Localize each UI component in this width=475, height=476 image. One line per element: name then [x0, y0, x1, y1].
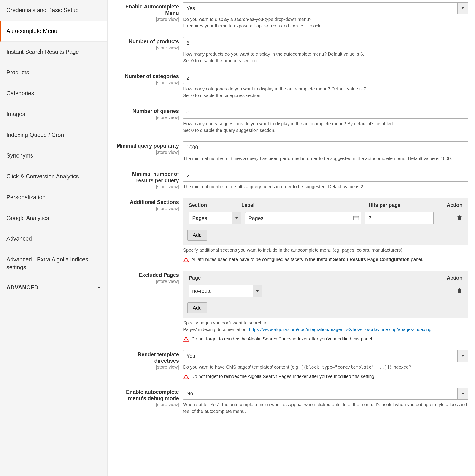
field-scope: [store view] [115, 45, 179, 51]
num-queries-input[interactable] [183, 107, 468, 119]
add-excluded-page-button[interactable]: Add [187, 303, 207, 313]
svg-point-8 [186, 378, 186, 378]
field-label: Number of categories [115, 73, 179, 80]
sidebar-item-categories[interactable]: Categories [0, 83, 107, 104]
table-row: no-route [187, 284, 464, 298]
sidebar-item-google-analytics[interactable]: Google Analytics [0, 208, 107, 229]
hint-code: top.search [254, 23, 280, 28]
section-label-input[interactable] [245, 212, 361, 224]
num-products-input[interactable] [183, 37, 468, 49]
sidebar-group-advanced[interactable]: ADVANCED [0, 278, 107, 297]
min-popularity-input[interactable] [183, 141, 468, 153]
sidebar-item-synonyms[interactable]: Synonyms [0, 145, 107, 166]
sidebar-item-advanced[interactable]: Advanced [0, 228, 107, 249]
select-toggle[interactable] [457, 2, 468, 14]
select-toggle[interactable] [253, 285, 262, 297]
col-header-page: Page [189, 275, 437, 281]
sidebar-item-images[interactable]: Images [0, 104, 107, 125]
field-scope: [store view] [115, 206, 179, 211]
col-header-action: Action [437, 202, 462, 208]
sidebar-item-label: Categories [6, 90, 34, 96]
hint-text: Pages' indexing documentation: [183, 327, 249, 332]
field-label: Additional Sections [115, 199, 179, 206]
caret-down-icon [461, 355, 464, 357]
excluded-page-select[interactable]: no-route [189, 285, 262, 297]
caret-down-icon [461, 7, 464, 9]
field-scope: [store view] [115, 17, 179, 22]
trash-icon[interactable] [457, 288, 462, 293]
col-header-section: Section [189, 202, 241, 208]
add-section-button[interactable]: Add [187, 230, 207, 241]
settings-sidebar: Credentials and Basic Setup Autocomplete… [0, 0, 108, 476]
field-label: Number of queries [115, 108, 179, 115]
render-template-select[interactable]: Yes [183, 350, 468, 362]
hint-text: Set 0 to disable the query suggestion se… [183, 128, 276, 133]
additional-sections-panel: Section Label Hits per page Action Pages [183, 198, 468, 245]
col-header-label: Label [241, 202, 369, 208]
sidebar-item-label: Instant Search Results Page [6, 49, 79, 55]
sidebar-item-advanced-extra[interactable]: Advanced - Extra Algolia indices setting… [0, 249, 107, 278]
sidebar-item-label: Images [6, 111, 25, 117]
card-icon [353, 216, 359, 221]
sidebar-item-instant-search[interactable]: Instant Search Results Page [0, 42, 107, 63]
svg-point-4 [186, 261, 186, 261]
sidebar-item-credentials[interactable]: Credentials and Basic Setup [0, 0, 107, 21]
field-label: Enable autocomplete menu's debug mode [115, 389, 179, 402]
warning-icon [183, 257, 189, 263]
sidebar-item-label: Click & Conversion Analytics [6, 173, 79, 180]
field-scope: [store view] [115, 364, 179, 370]
hint-text: Do you want to have CMS pages' templates… [183, 364, 301, 370]
hint-text: When set to "Yes", the autocomplete menu… [183, 402, 467, 414]
field-label: Minimal number of results per query [115, 171, 179, 184]
field-scope: [store view] [115, 402, 179, 407]
sidebar-item-label: Personalization [6, 194, 46, 200]
field-scope: [store view] [115, 150, 179, 155]
hint-text: Specify pages you don't want to search i… [183, 320, 269, 325]
select-toggle[interactable] [457, 388, 468, 399]
hint-text: It requires your theme to expose a [183, 23, 254, 28]
hint-text: Set 0 to disable the categories section. [183, 93, 262, 98]
warning-text: Do not forget to reindex the Algolia Sea… [191, 373, 376, 380]
excluded-pages-panel: Page Action no-route [183, 271, 468, 318]
field-label: Enable Autocomplete Menu [115, 4, 179, 16]
col-header-action: Action [437, 275, 462, 281]
select-value: Pages [189, 215, 232, 221]
hint-text: Do you want to display a search-as-you-t… [183, 17, 311, 22]
sidebar-item-label: Credentials and Basic Setup [6, 7, 79, 13]
hint-text: ) indexed? [390, 364, 411, 370]
warning-text: All attributes used here have to be conf… [191, 256, 423, 263]
svg-rect-0 [353, 216, 359, 220]
sidebar-item-products[interactable]: Products [0, 62, 107, 83]
hits-per-page-input[interactable] [365, 212, 434, 224]
section-select[interactable]: Pages [189, 212, 241, 224]
hint-text: How many products do you want to display… [183, 51, 364, 57]
sidebar-item-autocomplete[interactable]: Autocomplete Menu [0, 21, 107, 42]
debug-mode-select[interactable]: No [183, 388, 468, 400]
sidebar-item-indexing-queue[interactable]: Indexing Queue / Cron [0, 125, 107, 146]
hint-text: and [280, 23, 290, 28]
select-toggle[interactable] [457, 350, 468, 362]
hint-code: {{block type="core/template" ...}} [301, 364, 390, 370]
hint-text: How many query suggestions do you want t… [183, 121, 394, 126]
sidebar-item-label: Advanced [6, 235, 32, 242]
hint-text: The minimal number of results a query ne… [183, 184, 364, 189]
sidebar-item-label: Autocomplete Menu [6, 28, 57, 34]
min-results-input[interactable] [183, 170, 468, 182]
sidebar-item-label: Advanced - Extra Algolia indices setting… [6, 256, 88, 270]
sidebar-item-personalization[interactable]: Personalization [0, 187, 107, 208]
field-scope: [store view] [115, 80, 179, 85]
sidebar-item-click-conversion[interactable]: Click & Conversion Analytics [0, 166, 107, 187]
sidebar-group-label: ADVANCED [6, 284, 38, 291]
enable-autocomplete-select[interactable]: Yes [183, 2, 468, 14]
trash-icon[interactable] [457, 215, 462, 221]
hint-text: Set 0 to disable the products section. [183, 58, 258, 63]
select-value: No [183, 391, 457, 397]
hint-text: The minimal number of times a query has … [183, 156, 452, 161]
table-row: Pages [187, 211, 464, 225]
svg-point-6 [186, 340, 186, 341]
select-toggle[interactable] [232, 212, 241, 224]
num-categories-input[interactable] [183, 72, 468, 84]
docs-link[interactable]: https://www.algolia.com/doc/integration/… [249, 327, 431, 332]
settings-form: Enable Autocomplete Menu [store view] Ye… [108, 0, 475, 476]
field-label: Render template directives [115, 351, 179, 364]
